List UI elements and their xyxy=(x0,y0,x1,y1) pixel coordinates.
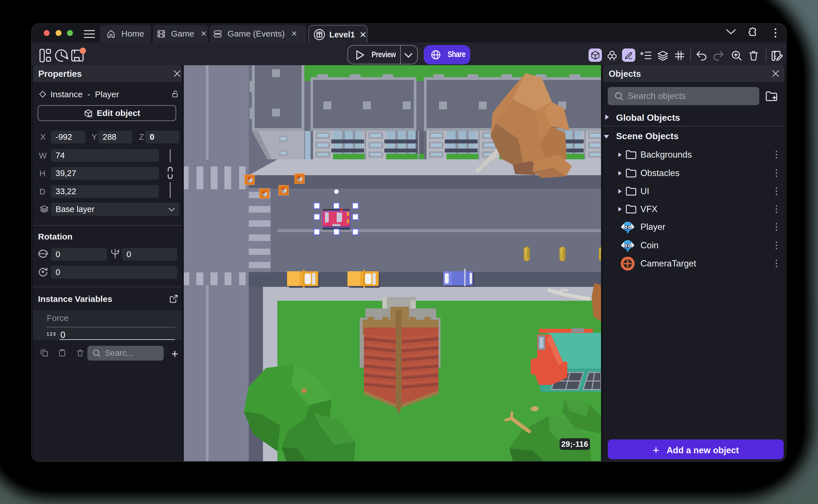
svg-text:29;-116: 29;-116 xyxy=(561,440,588,448)
svg-text:3D: 3D xyxy=(89,115,92,118)
